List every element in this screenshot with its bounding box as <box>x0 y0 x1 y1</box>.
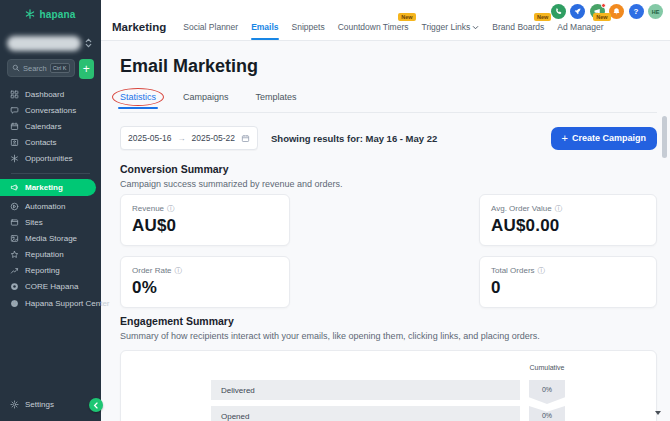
phone-button[interactable] <box>551 4 566 19</box>
help-button[interactable]: ? <box>629 4 644 19</box>
stat-card-revenue: Revenueⓘ AU$0 <box>120 194 290 246</box>
arrow-right-icon: → <box>178 134 186 143</box>
launcher-icon <box>573 7 582 16</box>
tab-templates[interactable]: Templates <box>256 92 297 102</box>
account-switcher[interactable] <box>7 33 94 53</box>
sidebar-item-label: Marketing <box>25 183 63 192</box>
stat-card-total-orders: Total Ordersⓘ 0 <box>479 256 657 308</box>
sidebar-item-core-hapana[interactable]: CORE Hapana <box>0 279 101 295</box>
sidebar-item-dashboard[interactable]: Dashboard <box>0 86 101 102</box>
sidebar-item-marketing[interactable]: Marketing <box>0 179 96 196</box>
sidebar-item-media-storage[interactable]: Media Storage <box>0 230 101 246</box>
plus-icon: + <box>562 133 568 144</box>
search-input[interactable]: Search Ctrl K <box>7 59 75 77</box>
funnel-row-opened: Opened <box>211 406 520 421</box>
tab-brand-boards[interactable]: Brand Boards New <box>492 22 544 32</box>
sidebar: hapana Search Ctrl K + Dashboard Conver <box>0 0 101 421</box>
browser-icon <box>10 218 19 227</box>
vertical-scrollbar[interactable] <box>662 116 667 158</box>
conversion-summary-title: Conversion Summary <box>120 163 657 175</box>
new-badge: New <box>534 13 551 21</box>
conversion-summary-subtitle: Campaign success summarized by revenue a… <box>120 179 657 189</box>
sidebar-item-label: Sites <box>25 218 43 227</box>
star-icon <box>10 250 19 259</box>
sidebar-item-automation[interactable]: Automation <box>0 198 101 214</box>
sidebar-item-label: Contacts <box>25 138 57 147</box>
tab-snippets[interactable]: Snippets <box>292 22 325 32</box>
sidebar-item-contacts[interactable]: Contacts <box>0 135 101 151</box>
bell-icon <box>612 7 621 16</box>
sidebar-item-opportunities[interactable]: Opportunities <box>0 151 101 167</box>
sidebar-item-reporting[interactable]: Reporting <box>0 263 101 279</box>
date-from: 2025-05-16 <box>128 133 171 143</box>
automation-icon <box>10 202 19 211</box>
tab-statistics[interactable]: Statistics <box>120 92 156 102</box>
sidebar-item-label: Reporting <box>25 266 60 275</box>
tab-trigger-links[interactable]: Trigger Links <box>422 22 480 32</box>
info-icon[interactable]: ⓘ <box>555 205 563 213</box>
engagement-funnel-card: Cumulative Delivered 0% Opened 0% <box>120 350 657 421</box>
avatar[interactable]: HE <box>648 4 663 19</box>
app-window: hapana Search Ctrl K + Dashboard Conver <box>0 0 670 421</box>
svg-text:?: ? <box>13 301 16 306</box>
stat-label: Total Orders <box>491 266 535 275</box>
tab-label: Emails <box>251 22 278 32</box>
chat-icon <box>10 106 19 115</box>
sidebar-item-support-center[interactable]: ? Hapana Support Center <box>0 295 101 311</box>
logo[interactable]: hapana <box>0 0 101 28</box>
chevron-down-icon <box>472 25 479 30</box>
sidebar-item-label: CORE Hapana <box>25 282 78 291</box>
launcher-button[interactable] <box>570 4 585 19</box>
search-shortcut-badge: Ctrl K <box>50 63 70 73</box>
quick-add-button[interactable]: + <box>79 59 94 79</box>
stat-label: Order Rate <box>132 266 172 275</box>
tab-label: Social Planner <box>183 22 238 32</box>
avatar-initials: HE <box>652 9 660 15</box>
sidebar-item-settings[interactable]: Settings <box>0 397 101 413</box>
sidebar-item-calendars[interactable]: Calendars <box>0 118 101 134</box>
sidebar-collapse-button[interactable] <box>89 398 103 412</box>
calendar-icon <box>10 122 19 131</box>
tab-label: Campaigns <box>183 92 229 102</box>
stat-label: Avg. Order Value <box>491 204 552 213</box>
tabs-divider <box>120 112 657 113</box>
sidebar-item-conversations[interactable]: Conversations <box>0 102 101 118</box>
stat-card-avg-order-value: Avg. Order Valueⓘ AU$0.00 <box>479 194 657 246</box>
tab-countdown-timers[interactable]: Countdown Timers New <box>338 22 409 32</box>
tab-ad-manager[interactable]: Ad Manager New <box>557 22 603 32</box>
calendar-icon <box>241 134 250 143</box>
sidebar-item-reputation[interactable]: Reputation <box>0 247 101 263</box>
cumulative-value: 0% <box>542 386 552 393</box>
tab-campaigns[interactable]: Campaigns <box>183 92 229 102</box>
tab-label: Countdown Timers <box>338 22 409 32</box>
notifications-button[interactable] <box>609 4 624 19</box>
create-campaign-button[interactable]: + Create Campaign <box>551 127 657 150</box>
sidebar-item-label: Conversations <box>25 106 76 115</box>
stat-card-order-rate: Order Rateⓘ 0% <box>120 256 290 308</box>
tab-emails[interactable]: Emails <box>251 22 278 32</box>
funnel-row-label: Opened <box>221 412 249 421</box>
info-icon[interactable]: ⓘ <box>167 205 175 213</box>
cumulative-value: 0% <box>542 412 552 419</box>
phone-icon <box>554 7 563 16</box>
notification-dot <box>601 3 606 8</box>
sidebar-item-label: Dashboard <box>25 90 64 99</box>
sidebar-item-label: Reputation <box>25 250 64 259</box>
question-icon: ? <box>634 7 639 16</box>
date-range-picker[interactable]: 2025-05-16 → 2025-05-22 <box>120 126 258 150</box>
info-icon[interactable]: ⓘ <box>175 267 183 275</box>
info-icon[interactable]: ⓘ <box>538 267 546 275</box>
funnel-cumulative-chip: 0% <box>529 406 565 421</box>
stat-value: AU$0 <box>132 216 278 236</box>
tab-social-planner[interactable]: Social Planner <box>183 22 238 32</box>
funnel-cumulative-chip: 0% <box>529 380 565 404</box>
tab-label: Trigger Links <box>422 22 471 32</box>
stat-value: 0% <box>132 278 278 298</box>
sidebar-divider <box>11 173 90 174</box>
main-content: Email Marketing Statistics Campaigns Tem… <box>101 41 670 421</box>
date-to: 2025-05-22 <box>192 133 235 143</box>
gear-icon <box>10 400 19 409</box>
tab-label: Templates <box>256 92 297 102</box>
sidebar-item-sites[interactable]: Sites <box>0 214 101 230</box>
funnel-row-label: Delivered <box>221 386 255 395</box>
